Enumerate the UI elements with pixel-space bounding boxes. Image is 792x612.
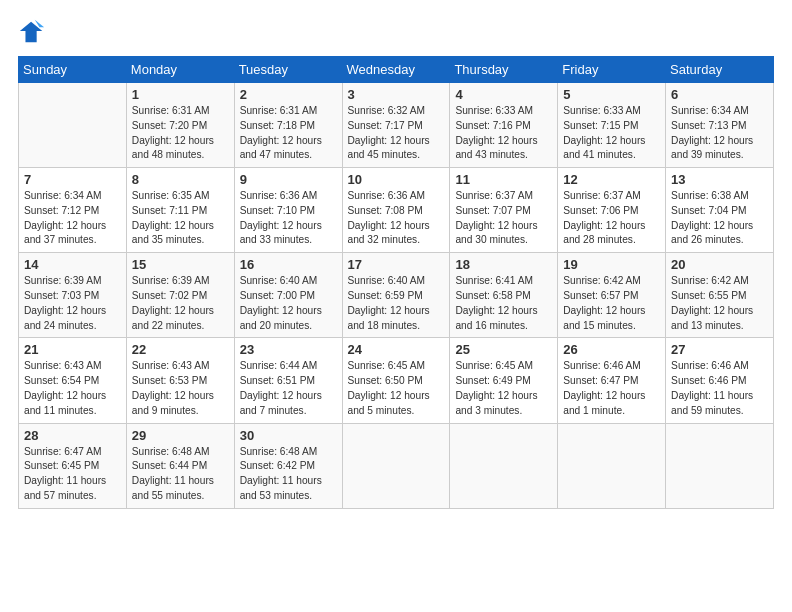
header-day: Friday — [558, 57, 666, 83]
day-number: 1 — [132, 87, 229, 102]
calendar-cell: 24Sunrise: 6:45 AMSunset: 6:50 PMDayligh… — [342, 338, 450, 423]
day-number: 4 — [455, 87, 552, 102]
calendar-cell: 27Sunrise: 6:46 AMSunset: 6:46 PMDayligh… — [666, 338, 774, 423]
cell-content: Sunrise: 6:44 AMSunset: 6:51 PMDaylight:… — [240, 359, 337, 418]
header-day: Tuesday — [234, 57, 342, 83]
calendar-cell: 14Sunrise: 6:39 AMSunset: 7:03 PMDayligh… — [19, 253, 127, 338]
cell-content: Sunrise: 6:33 AMSunset: 7:15 PMDaylight:… — [563, 104, 660, 163]
cell-content: Sunrise: 6:46 AMSunset: 6:47 PMDaylight:… — [563, 359, 660, 418]
day-number: 10 — [348, 172, 445, 187]
day-number: 19 — [563, 257, 660, 272]
header-day: Thursday — [450, 57, 558, 83]
header-day: Monday — [126, 57, 234, 83]
cell-content: Sunrise: 6:37 AMSunset: 7:07 PMDaylight:… — [455, 189, 552, 248]
calendar-cell: 3Sunrise: 6:32 AMSunset: 7:17 PMDaylight… — [342, 83, 450, 168]
calendar-cell — [558, 423, 666, 508]
cell-content: Sunrise: 6:32 AMSunset: 7:17 PMDaylight:… — [348, 104, 445, 163]
calendar-cell: 5Sunrise: 6:33 AMSunset: 7:15 PMDaylight… — [558, 83, 666, 168]
day-number: 13 — [671, 172, 768, 187]
calendar-header-row: SundayMondayTuesdayWednesdayThursdayFrid… — [19, 57, 774, 83]
calendar-cell: 17Sunrise: 6:40 AMSunset: 6:59 PMDayligh… — [342, 253, 450, 338]
cell-content: Sunrise: 6:45 AMSunset: 6:50 PMDaylight:… — [348, 359, 445, 418]
day-number: 30 — [240, 428, 337, 443]
day-number: 5 — [563, 87, 660, 102]
calendar-cell: 8Sunrise: 6:35 AMSunset: 7:11 PMDaylight… — [126, 168, 234, 253]
cell-content: Sunrise: 6:39 AMSunset: 7:03 PMDaylight:… — [24, 274, 121, 333]
cell-content: Sunrise: 6:47 AMSunset: 6:45 PMDaylight:… — [24, 445, 121, 504]
calendar-cell: 1Sunrise: 6:31 AMSunset: 7:20 PMDaylight… — [126, 83, 234, 168]
cell-content: Sunrise: 6:43 AMSunset: 6:54 PMDaylight:… — [24, 359, 121, 418]
header-day: Saturday — [666, 57, 774, 83]
calendar-cell: 15Sunrise: 6:39 AMSunset: 7:02 PMDayligh… — [126, 253, 234, 338]
cell-content: Sunrise: 6:39 AMSunset: 7:02 PMDaylight:… — [132, 274, 229, 333]
day-number: 15 — [132, 257, 229, 272]
calendar-cell: 2Sunrise: 6:31 AMSunset: 7:18 PMDaylight… — [234, 83, 342, 168]
cell-content: Sunrise: 6:35 AMSunset: 7:11 PMDaylight:… — [132, 189, 229, 248]
week-row: 21Sunrise: 6:43 AMSunset: 6:54 PMDayligh… — [19, 338, 774, 423]
day-number: 24 — [348, 342, 445, 357]
calendar-cell: 28Sunrise: 6:47 AMSunset: 6:45 PMDayligh… — [19, 423, 127, 508]
calendar-cell: 6Sunrise: 6:34 AMSunset: 7:13 PMDaylight… — [666, 83, 774, 168]
cell-content: Sunrise: 6:36 AMSunset: 7:08 PMDaylight:… — [348, 189, 445, 248]
cell-content: Sunrise: 6:34 AMSunset: 7:12 PMDaylight:… — [24, 189, 121, 248]
cell-content: Sunrise: 6:41 AMSunset: 6:58 PMDaylight:… — [455, 274, 552, 333]
calendar-cell: 21Sunrise: 6:43 AMSunset: 6:54 PMDayligh… — [19, 338, 127, 423]
cell-content: Sunrise: 6:46 AMSunset: 6:46 PMDaylight:… — [671, 359, 768, 418]
day-number: 17 — [348, 257, 445, 272]
cell-content: Sunrise: 6:48 AMSunset: 6:44 PMDaylight:… — [132, 445, 229, 504]
day-number: 18 — [455, 257, 552, 272]
cell-content: Sunrise: 6:38 AMSunset: 7:04 PMDaylight:… — [671, 189, 768, 248]
cell-content: Sunrise: 6:42 AMSunset: 6:55 PMDaylight:… — [671, 274, 768, 333]
calendar-cell: 23Sunrise: 6:44 AMSunset: 6:51 PMDayligh… — [234, 338, 342, 423]
calendar-table: SundayMondayTuesdayWednesdayThursdayFrid… — [18, 56, 774, 509]
day-number: 6 — [671, 87, 768, 102]
header-day: Sunday — [19, 57, 127, 83]
week-row: 28Sunrise: 6:47 AMSunset: 6:45 PMDayligh… — [19, 423, 774, 508]
day-number: 9 — [240, 172, 337, 187]
day-number: 8 — [132, 172, 229, 187]
page: SundayMondayTuesdayWednesdayThursdayFrid… — [0, 0, 792, 612]
calendar-cell: 9Sunrise: 6:36 AMSunset: 7:10 PMDaylight… — [234, 168, 342, 253]
calendar-cell: 12Sunrise: 6:37 AMSunset: 7:06 PMDayligh… — [558, 168, 666, 253]
cell-content: Sunrise: 6:31 AMSunset: 7:18 PMDaylight:… — [240, 104, 337, 163]
day-number: 11 — [455, 172, 552, 187]
day-number: 2 — [240, 87, 337, 102]
calendar-cell: 19Sunrise: 6:42 AMSunset: 6:57 PMDayligh… — [558, 253, 666, 338]
day-number: 22 — [132, 342, 229, 357]
day-number: 7 — [24, 172, 121, 187]
header — [18, 18, 774, 46]
cell-content: Sunrise: 6:43 AMSunset: 6:53 PMDaylight:… — [132, 359, 229, 418]
calendar-cell — [666, 423, 774, 508]
calendar-cell — [342, 423, 450, 508]
logo-icon — [18, 18, 46, 46]
day-number: 23 — [240, 342, 337, 357]
day-number: 21 — [24, 342, 121, 357]
calendar-cell: 25Sunrise: 6:45 AMSunset: 6:49 PMDayligh… — [450, 338, 558, 423]
day-number: 29 — [132, 428, 229, 443]
cell-content: Sunrise: 6:31 AMSunset: 7:20 PMDaylight:… — [132, 104, 229, 163]
day-number: 20 — [671, 257, 768, 272]
calendar-cell: 30Sunrise: 6:48 AMSunset: 6:42 PMDayligh… — [234, 423, 342, 508]
calendar-cell: 11Sunrise: 6:37 AMSunset: 7:07 PMDayligh… — [450, 168, 558, 253]
calendar-cell: 29Sunrise: 6:48 AMSunset: 6:44 PMDayligh… — [126, 423, 234, 508]
calendar-cell: 26Sunrise: 6:46 AMSunset: 6:47 PMDayligh… — [558, 338, 666, 423]
header-day: Wednesday — [342, 57, 450, 83]
day-number: 28 — [24, 428, 121, 443]
cell-content: Sunrise: 6:36 AMSunset: 7:10 PMDaylight:… — [240, 189, 337, 248]
week-row: 7Sunrise: 6:34 AMSunset: 7:12 PMDaylight… — [19, 168, 774, 253]
calendar-cell: 13Sunrise: 6:38 AMSunset: 7:04 PMDayligh… — [666, 168, 774, 253]
calendar-cell — [19, 83, 127, 168]
cell-content: Sunrise: 6:42 AMSunset: 6:57 PMDaylight:… — [563, 274, 660, 333]
day-number: 26 — [563, 342, 660, 357]
calendar-cell: 10Sunrise: 6:36 AMSunset: 7:08 PMDayligh… — [342, 168, 450, 253]
cell-content: Sunrise: 6:40 AMSunset: 6:59 PMDaylight:… — [348, 274, 445, 333]
cell-content: Sunrise: 6:33 AMSunset: 7:16 PMDaylight:… — [455, 104, 552, 163]
calendar-cell: 20Sunrise: 6:42 AMSunset: 6:55 PMDayligh… — [666, 253, 774, 338]
cell-content: Sunrise: 6:40 AMSunset: 7:00 PMDaylight:… — [240, 274, 337, 333]
cell-content: Sunrise: 6:34 AMSunset: 7:13 PMDaylight:… — [671, 104, 768, 163]
day-number: 27 — [671, 342, 768, 357]
calendar-cell: 16Sunrise: 6:40 AMSunset: 7:00 PMDayligh… — [234, 253, 342, 338]
day-number: 25 — [455, 342, 552, 357]
day-number: 16 — [240, 257, 337, 272]
calendar-cell: 4Sunrise: 6:33 AMSunset: 7:16 PMDaylight… — [450, 83, 558, 168]
